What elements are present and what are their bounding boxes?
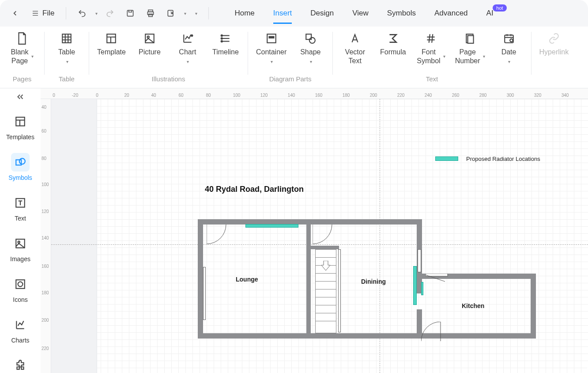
diagram-title[interactable]: 40 Rydal Road, Darlington (205, 185, 304, 194)
stairs-rail[interactable] (338, 249, 341, 332)
nav-extensions[interactable] (0, 354, 41, 373)
guide-vertical[interactable] (380, 99, 380, 373)
main-menu: Home Insert Design View Symbols Advanced… (234, 3, 493, 24)
table-icon (60, 32, 73, 45)
menu-design[interactable]: Design (310, 3, 334, 24)
nav-charts[interactable]: Charts (0, 314, 41, 346)
ribbon-group-pages: Pages (0, 75, 44, 86)
wall-interior-1[interactable] (306, 224, 311, 335)
menu-symbols[interactable]: Symbols (387, 3, 416, 24)
container-button[interactable]: Container▾ (256, 32, 286, 64)
vector-text-button[interactable]: Vector Text (341, 32, 369, 65)
undo-caret-icon[interactable]: ▾ (95, 11, 98, 16)
ribbon-group-diagram-parts: Diagram Parts (248, 75, 332, 86)
redo-button[interactable] (102, 5, 118, 21)
menu-advanced[interactable]: Advanced (434, 3, 468, 24)
wall-kitchen-right[interactable] (531, 274, 536, 338)
svg-rect-26 (269, 37, 274, 38)
room-kitchen-label[interactable]: Kitchen (462, 302, 484, 309)
door-kitchen[interactable] (421, 322, 443, 344)
page-number-icon: 1 (464, 32, 477, 45)
back-button[interactable] (7, 5, 23, 21)
window-lounge[interactable] (203, 267, 206, 320)
canvas[interactable]: 40 Rydal Road, Darlington Proposed Radia… (51, 99, 588, 373)
hash-icon (424, 32, 437, 45)
radiator-lounge[interactable] (245, 224, 298, 228)
radiator-kitchen[interactable] (421, 282, 423, 295)
table-button[interactable]: Table▾ (53, 32, 81, 64)
svg-point-23 (221, 38, 222, 39)
room-lounge-label[interactable]: Lounge (236, 276, 258, 283)
picture-icon (143, 32, 156, 45)
picture-button[interactable]: Picture (136, 32, 164, 57)
chart-button[interactable]: Chart▾ (173, 32, 202, 64)
timeline-icon (219, 32, 232, 45)
blank-page-button[interactable]: Blank Page▾ (8, 32, 36, 65)
export-caret-icon[interactable]: ▾ (184, 11, 186, 16)
left-nav: Templates Symbols Text Images Icons Char… (0, 88, 41, 373)
window-dining[interactable] (418, 249, 421, 272)
menu-ai[interactable]: AI hot (486, 3, 494, 24)
blank-page-icon (15, 32, 29, 45)
template-button[interactable]: Template (97, 32, 126, 57)
menu-insert[interactable]: Insert (273, 3, 292, 24)
shape-button[interactable]: Shape▾ (296, 32, 324, 64)
svg-line-32 (429, 34, 430, 43)
ribbon-group-table: Table (45, 75, 89, 86)
paper-margin (51, 99, 97, 373)
room-dining-label[interactable]: Dinining (361, 278, 386, 285)
door-dining[interactable] (426, 274, 450, 282)
vertical-ruler[interactable]: 40 60 80 100 120 140 160 180 200 220 (41, 99, 51, 373)
collapse-button[interactable] (0, 92, 41, 102)
page-number-button[interactable]: 1Page Number ▾ (455, 32, 485, 65)
door-lounge-1[interactable] (207, 225, 229, 247)
font-symbol-button[interactable]: Font Symbol ▾ (417, 32, 445, 65)
radiator-dining[interactable] (413, 266, 417, 305)
canvas-wrap: 0 -20 0 20 40 60 80 100 120 140 160 180 … (41, 88, 588, 373)
svg-point-28 (309, 38, 315, 43)
vector-text-icon (348, 32, 362, 45)
svg-rect-52 (16, 280, 25, 289)
nav-symbols[interactable]: Symbols (0, 151, 41, 183)
undo-button[interactable] (74, 5, 90, 21)
svg-point-18 (191, 35, 192, 36)
hot-badge: hot (493, 4, 506, 11)
menu-home[interactable]: Home (234, 3, 254, 24)
svg-point-22 (221, 35, 222, 36)
svg-point-24 (221, 41, 222, 42)
container-icon (265, 32, 278, 45)
timeline-button[interactable]: Timeline (211, 32, 240, 57)
svg-point-46 (19, 158, 25, 164)
hyperlink-button: Hyperlink (539, 32, 569, 57)
door-lounge-2[interactable] (313, 225, 335, 247)
wall-left[interactable] (198, 219, 203, 339)
ribbon-group-illustrations: Illustrations (89, 75, 248, 86)
date-button[interactable]: Date▾ (495, 32, 523, 64)
workspace: Templates Symbols Text Images Icons Char… (0, 88, 588, 373)
export-button[interactable] (163, 5, 179, 21)
save-button[interactable] (122, 5, 138, 21)
formula-icon (386, 32, 400, 45)
shape-icon (304, 32, 317, 45)
legend-swatch[interactable] (435, 156, 458, 161)
svg-point-53 (18, 282, 23, 287)
more-caret[interactable]: ▾ (191, 5, 200, 21)
nav-icons[interactable]: Icons (0, 273, 41, 305)
topbar-left: File ▾ ▾ ▾ (7, 5, 212, 21)
nav-images[interactable]: Images (0, 232, 41, 264)
nav-text[interactable]: Text (0, 192, 41, 224)
legend-label[interactable]: Proposed Radiator Locations (466, 156, 540, 162)
menu-view[interactable]: View (352, 3, 369, 24)
svg-point-51 (18, 241, 20, 243)
topbar: File ▾ ▾ ▾ Home Insert Design View Symbo… (0, 0, 588, 27)
print-button[interactable] (143, 5, 158, 21)
horizontal-ruler[interactable]: 0 -20 0 20 40 60 80 100 120 140 160 180 … (41, 88, 588, 99)
formula-button[interactable]: Formula (379, 32, 407, 57)
ribbon-group-text: Text (333, 75, 531, 86)
file-menu[interactable]: File (27, 7, 58, 19)
svg-rect-45 (16, 160, 21, 165)
svg-line-33 (432, 34, 433, 43)
file-label: File (42, 9, 54, 18)
arrow-down-icon (321, 261, 330, 271)
nav-templates[interactable]: Templates (0, 110, 41, 142)
